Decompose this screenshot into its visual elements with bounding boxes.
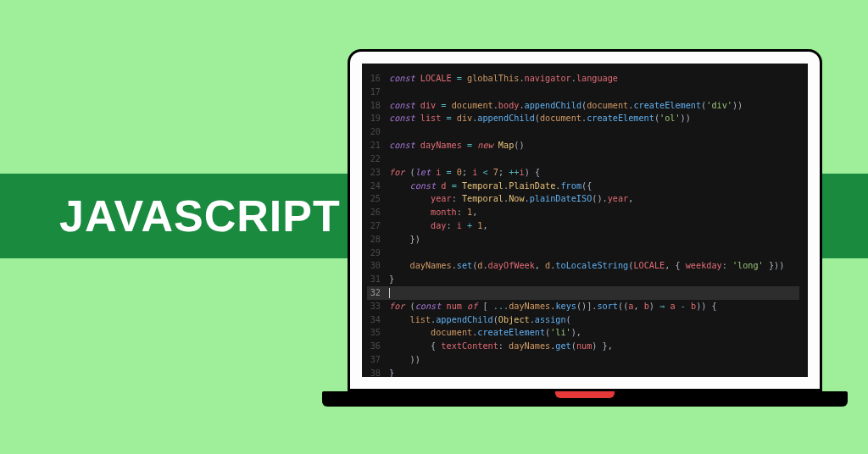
code-content: const d = Temporal.PlainDate.from({	[389, 180, 592, 193]
line-number: 22	[367, 152, 389, 166]
code-editor[interactable]: 16const LOCALE = globalThis.navigator.la…	[362, 64, 808, 377]
code-line[interactable]: 38}	[367, 367, 799, 377]
code-line[interactable]: 18const div = document.body.appendChild(…	[367, 99, 799, 113]
code-line[interactable]: 20	[367, 125, 799, 139]
line-number: 34	[367, 313, 389, 327]
code-line[interactable]: 33for (const num of [ ...dayNames.keys()…	[367, 300, 799, 313]
code-content: const div = document.body.appendChild(do…	[389, 99, 743, 113]
code-content: { textContent: dayNames.get(num) },	[389, 340, 613, 353]
laptop-notch	[555, 391, 615, 398]
line-number: 38	[367, 367, 389, 377]
code-line[interactable]: 37 ))	[367, 353, 799, 367]
laptop-bezel: 16const LOCALE = globalThis.navigator.la…	[348, 49, 822, 391]
code-line[interactable]: 36 { textContent: dayNames.get(num) },	[367, 340, 799, 353]
line-number: 32	[367, 286, 389, 300]
line-number: 27	[367, 219, 389, 233]
line-number: 31	[367, 273, 389, 286]
code-content: for (let i = 0; i < 7; ++i) {	[389, 166, 540, 180]
code-line[interactable]: 24 const d = Temporal.PlainDate.from({	[367, 180, 799, 193]
line-number: 24	[367, 180, 389, 193]
line-number: 20	[367, 125, 389, 139]
code-line[interactable]: 16const LOCALE = globalThis.navigator.la…	[367, 72, 799, 86]
line-number: 26	[367, 206, 389, 219]
code-line[interactable]: 26 month: 1,	[367, 206, 799, 219]
line-number: 16	[367, 72, 389, 86]
line-number: 19	[367, 112, 389, 125]
code-content	[389, 286, 390, 300]
code-content: const list = div.appendChild(document.cr…	[389, 112, 691, 125]
line-number: 17	[367, 86, 389, 99]
line-number: 37	[367, 353, 389, 367]
line-number: 29	[367, 246, 389, 260]
code-content: document.createElement('li'),	[389, 326, 581, 340]
line-number: 30	[367, 259, 389, 273]
code-line[interactable]: 31}	[367, 273, 799, 286]
banner-title: JAVASCRIPT	[59, 191, 341, 241]
code-line[interactable]: 23for (let i = 0; i < 7; ++i) {	[367, 166, 799, 180]
code-line[interactable]: 34 list.appendChild(Object.assign(	[367, 313, 799, 327]
line-number: 18	[367, 99, 389, 113]
code-content: }	[389, 273, 394, 286]
code-content: year: Temporal.Now.plainDateISO().year,	[389, 192, 633, 206]
code-content: const dayNames = new Map()	[389, 139, 525, 152]
code-line[interactable]: 29	[367, 246, 799, 260]
code-content: dayNames.set(d.dayOfWeek, d.toLocaleStri…	[389, 259, 784, 273]
code-content: month: 1,	[389, 206, 477, 219]
code-content: day: i + 1,	[389, 219, 488, 233]
laptop-illustration: 16const LOCALE = globalThis.navigator.la…	[339, 49, 831, 407]
line-number: 21	[367, 139, 389, 152]
code-line[interactable]: 19const list = div.appendChild(document.…	[367, 112, 799, 125]
code-line[interactable]: 17	[367, 86, 799, 99]
line-number: 36	[367, 340, 389, 353]
code-line[interactable]: 22	[367, 152, 799, 166]
code-content: list.appendChild(Object.assign(	[389, 313, 571, 327]
code-line[interactable]: 21const dayNames = new Map()	[367, 139, 799, 152]
code-line[interactable]: 28 })	[367, 233, 799, 246]
laptop-base	[322, 391, 848, 407]
code-content: ))	[389, 353, 420, 367]
code-line[interactable]: 32	[367, 286, 799, 300]
code-line[interactable]: 30 dayNames.set(d.dayOfWeek, d.toLocaleS…	[367, 259, 799, 273]
code-line[interactable]: 35 document.createElement('li'),	[367, 326, 799, 340]
line-number: 25	[367, 192, 389, 206]
line-number: 23	[367, 166, 389, 180]
code-content: }	[389, 367, 394, 377]
line-number: 35	[367, 326, 389, 340]
code-content: })	[389, 233, 420, 246]
code-content: for (const num of [ ...dayNames.keys()].…	[389, 300, 717, 313]
code-line[interactable]: 25 year: Temporal.Now.plainDateISO().yea…	[367, 192, 799, 206]
code-content: const LOCALE = globalThis.navigator.lang…	[389, 72, 618, 86]
line-number: 28	[367, 233, 389, 246]
code-line[interactable]: 27 day: i + 1,	[367, 219, 799, 233]
line-number: 33	[367, 300, 389, 313]
